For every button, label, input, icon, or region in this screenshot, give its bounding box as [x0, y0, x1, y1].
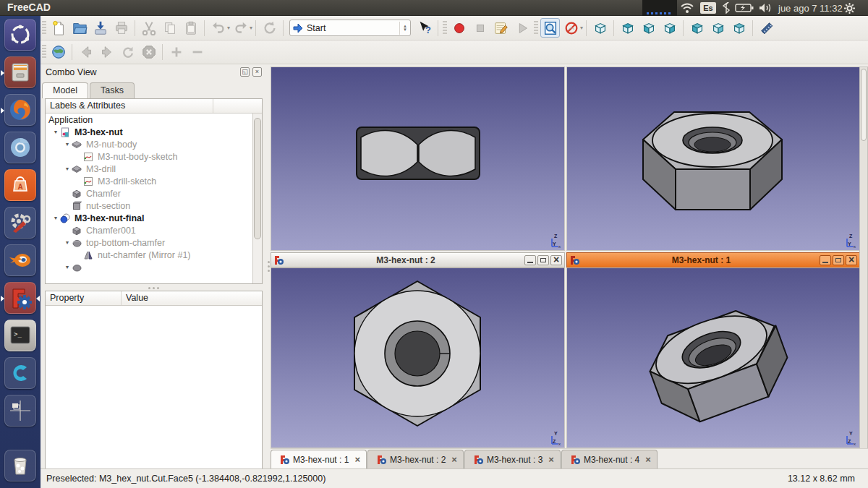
wifi-icon[interactable]	[680, 0, 694, 16]
fit-all-button[interactable]	[540, 18, 560, 38]
workbench-spinner[interactable]: ▲▼	[399, 22, 407, 35]
launcher-c-app-icon[interactable]	[4, 357, 36, 389]
keyboard-layout-indicator[interactable]: Es	[700, 2, 716, 14]
expander-icon[interactable]: ▼	[63, 240, 72, 245]
mdi-tab-2[interactable]: M3-hex-nut : 2×	[367, 450, 464, 468]
tree-item-m3-drill[interactable]: ▼ M3-drill	[46, 163, 262, 175]
close-button[interactable]	[550, 255, 562, 265]
mdi-tab-4[interactable]: M3-hex-nut : 4×	[561, 450, 658, 468]
tree-item-nut-chamfer-mirror[interactable]: nut-chamfer (Mirror #1)	[46, 249, 262, 261]
macro-play-button[interactable]	[512, 18, 532, 38]
value-column-header[interactable]: Value	[122, 291, 148, 305]
tab-tasks[interactable]: Tasks	[90, 82, 135, 98]
combo-view-titlebar[interactable]: Combo View ◱ ×	[41, 64, 267, 80]
view-rear-button[interactable]	[687, 18, 707, 38]
viewport-isometric-view[interactable]: ZYx	[566, 67, 860, 251]
maximize-button[interactable]	[537, 255, 549, 265]
minimize-button[interactable]	[524, 255, 536, 265]
tree-item-chamfer[interactable]: Chamfer	[46, 187, 262, 200]
mdi-tab-3[interactable]: M3-hex-nut : 3×	[464, 450, 561, 468]
volume-icon[interactable]	[758, 0, 773, 16]
refresh-button[interactable]	[260, 18, 279, 38]
launcher-settings-icon[interactable]	[4, 207, 36, 239]
close-button[interactable]	[846, 255, 857, 265]
view-top-button[interactable]	[639, 18, 658, 38]
redo-button[interactable]	[231, 18, 250, 38]
panel-splitter-handle[interactable]	[45, 286, 263, 290]
tree-item-nut-section[interactable]: nut-section	[46, 200, 262, 212]
tree-item-partial[interactable]: ▼	[46, 261, 262, 273]
launcher-firefox-icon[interactable]	[4, 94, 36, 126]
tree-item-m3-hex-nut-final[interactable]: ▼ M3-hex-nut-final	[46, 212, 262, 224]
mdi-scrollbar[interactable]	[859, 67, 868, 449]
view-axonometric-button[interactable]	[590, 18, 610, 38]
web-forward-button[interactable]	[97, 43, 116, 62]
tree-item-m3-drill-sketch[interactable]: M3-drill-sketch	[46, 175, 262, 187]
web-stop-button[interactable]	[139, 43, 158, 62]
view-right-button[interactable]	[660, 18, 679, 38]
tree-item-m3-nut-body-sketch[interactable]: M3-nut-body-sketch	[46, 150, 262, 163]
zoom-out-button[interactable]	[187, 43, 207, 62]
launcher-terminal-icon[interactable]: >_	[4, 320, 36, 351]
measure-button[interactable]	[757, 18, 776, 38]
tree-item-m3-nut-body[interactable]: ▼ M3-nut-body	[46, 138, 262, 150]
tree-item-application[interactable]: Application	[46, 114, 262, 126]
subwindow-titlebar-1[interactable]: M3-hex-nut : 1	[566, 252, 860, 267]
viewport-isometric-view-2[interactable]: YZx	[566, 267, 860, 448]
toolbar-handle[interactable]	[443, 21, 447, 35]
viewport-front-view[interactable]: ZYx	[271, 67, 565, 251]
tree-scrollbar[interactable]	[252, 114, 262, 283]
undo-button[interactable]	[208, 18, 228, 38]
mdi-tab-1[interactable]: M3-hex-nut : 1×	[271, 450, 367, 468]
tree-scrollbar-thumb[interactable]	[254, 118, 261, 239]
paste-button[interactable]	[181, 18, 200, 38]
zoom-in-button[interactable]	[166, 43, 186, 62]
mdi-scrollbar-thumb[interactable]	[861, 69, 867, 141]
launcher-workspace-switcher-icon[interactable]	[4, 395, 36, 427]
toolbar-handle[interactable]	[42, 21, 46, 35]
copy-button[interactable]	[160, 18, 179, 38]
launcher-dash-icon[interactable]	[4, 19, 36, 51]
toolbar-handle[interactable]	[42, 45, 46, 59]
expander-icon[interactable]: ▼	[51, 129, 60, 134]
launcher-freecad-icon[interactable]	[4, 282, 36, 314]
new-file-button[interactable]	[48, 18, 68, 38]
maximize-button[interactable]	[833, 255, 844, 265]
tree-item-m3-hex-nut[interactable]: ▼ M3-hex-nut	[46, 126, 262, 138]
launcher-blender-icon[interactable]	[4, 244, 36, 276]
launcher-files-icon[interactable]	[4, 56, 36, 88]
web-home-button[interactable]	[48, 43, 68, 62]
tab-close-icon[interactable]: ×	[354, 454, 360, 465]
redo-dropdown-icon[interactable]: ▾	[250, 25, 252, 31]
launcher-chromium-icon[interactable]	[4, 132, 36, 163]
draw-style-button[interactable]	[561, 18, 581, 38]
subwindow-titlebar-2[interactable]: M3-hex-nut : 2	[271, 252, 565, 267]
whats-this-button[interactable]: ?	[414, 18, 434, 38]
print-button[interactable]	[111, 18, 131, 38]
tree-item-top-bottom-chamfer[interactable]: ▼ top-bottom-chamfer	[46, 236, 262, 249]
save-button[interactable]	[90, 18, 110, 38]
expander-icon[interactable]: ▼	[63, 166, 72, 171]
undo-dropdown-icon[interactable]: ▾	[227, 25, 230, 31]
launcher-trash-icon[interactable]	[4, 450, 36, 481]
tab-close-icon[interactable]: ×	[548, 454, 554, 465]
macro-record-button[interactable]	[449, 18, 469, 38]
macro-stop-button[interactable]	[470, 18, 490, 38]
session-gear-icon[interactable]	[843, 0, 856, 16]
macro-edit-button[interactable]	[491, 18, 511, 38]
tab-close-icon[interactable]: ×	[451, 454, 457, 465]
property-column-header[interactable]: Property	[46, 291, 122, 305]
cut-button[interactable]	[139, 18, 158, 38]
float-panel-icon[interactable]: ◱	[240, 67, 250, 77]
expander-icon[interactable]: ▼	[63, 142, 72, 147]
viewport-top-view[interactable]: YZx	[271, 267, 565, 448]
expander-icon[interactable]: ▼	[51, 215, 60, 221]
clock[interactable]: jue ago 7 11:32	[778, 0, 843, 16]
open-file-button[interactable]	[69, 18, 89, 38]
toolbar-handle[interactable]	[534, 21, 538, 35]
tree-item-chamfer001[interactable]: Chamfer001	[46, 224, 262, 236]
web-refresh-button[interactable]	[118, 43, 137, 62]
web-back-button[interactable]	[76, 43, 95, 62]
launcher-software-center-icon[interactable]: A	[4, 169, 36, 201]
expander-icon[interactable]: ▼	[63, 265, 72, 270]
